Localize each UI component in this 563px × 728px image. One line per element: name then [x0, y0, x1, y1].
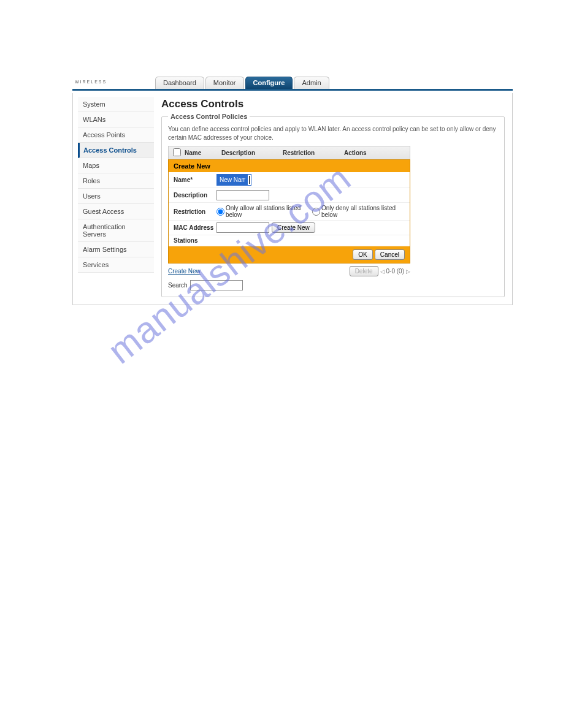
page-title: Access Controls: [161, 98, 505, 110]
create-new-link[interactable]: Create New: [168, 268, 201, 275]
radio-deny[interactable]: Only deny all stations listed below: [312, 205, 401, 218]
mac-input[interactable]: [216, 222, 269, 233]
cancel-button[interactable]: Cancel: [375, 249, 405, 260]
description-input[interactable]: [216, 190, 269, 200]
radio-deny-input[interactable]: [312, 208, 320, 216]
name-input[interactable]: [217, 175, 248, 185]
logo-subtext: WIRELESS: [75, 80, 107, 84]
radio-deny-label: Only deny all stations listed below: [321, 205, 401, 218]
mac-label: MAC Address: [174, 224, 216, 231]
sidebar-item-services[interactable]: Services: [78, 257, 154, 273]
sidebar-item-users[interactable]: Users: [78, 189, 154, 204]
main-area: System WLANs Access Points Access Contro…: [72, 93, 513, 305]
tab-admin[interactable]: Admin: [294, 77, 329, 89]
stations-label: Stations: [174, 237, 216, 244]
tab-configure[interactable]: Configure: [245, 77, 293, 89]
pager-next-icon[interactable]: ▷: [406, 268, 410, 275]
tab-monitor[interactable]: Monitor: [205, 77, 244, 89]
description-label: Description: [174, 192, 216, 199]
search-row: Search: [168, 280, 410, 290]
sidebar-item-access-points[interactable]: Access Points: [78, 127, 154, 143]
content: Access Controls Access Control Policies …: [154, 93, 512, 305]
grid-header: Name Description Restriction Actions: [168, 146, 410, 159]
sidebar: System WLANs Access Points Access Contro…: [73, 93, 154, 305]
restriction-label: Restriction: [174, 208, 216, 215]
sidebar-item-guest-access[interactable]: Guest Access: [78, 204, 154, 219]
sidebar-item-maps[interactable]: Maps: [78, 158, 154, 173]
pager-prev-icon[interactable]: ◁: [380, 268, 385, 275]
col-description: Description: [221, 150, 283, 156]
col-actions: Actions: [344, 150, 410, 156]
panel-title: Create New: [169, 160, 410, 172]
pager-text: 0-0 (0): [386, 268, 404, 275]
select-all-checkbox[interactable]: [173, 148, 181, 156]
search-input[interactable]: [190, 280, 243, 290]
panel-footer: OK Cancel: [169, 246, 410, 263]
radio-allow-label: Only allow all stations listed below: [226, 205, 306, 218]
sidebar-item-auth-servers[interactable]: Authentication Servers: [78, 219, 154, 242]
col-restriction: Restriction: [283, 150, 344, 156]
header-row: WIRELESS Dashboard Monitor Configure Adm…: [72, 72, 513, 91]
below-row: Create New Delete ◁ 0-0 (0) ▷: [168, 266, 410, 276]
sidebar-item-access-controls[interactable]: Access Controls: [78, 143, 154, 158]
tab-dashboard[interactable]: Dashboard: [155, 77, 204, 89]
policy-table: Name Description Restriction Actions Cre…: [168, 146, 410, 290]
radio-allow-input[interactable]: [216, 208, 224, 216]
ok-button[interactable]: OK: [353, 249, 372, 260]
sidebar-item-wlans[interactable]: WLANs: [78, 112, 154, 127]
text-cursor-icon: [249, 176, 250, 184]
col-name: Name: [185, 150, 221, 156]
mac-create-new-button[interactable]: Create New: [272, 222, 315, 233]
sidebar-item-alarm-settings[interactable]: Alarm Settings: [78, 242, 154, 257]
sidebar-item-roles[interactable]: Roles: [78, 173, 154, 189]
radio-allow[interactable]: Only allow all stations listed below: [216, 205, 306, 218]
create-new-panel: Create New Name* Description: [168, 159, 410, 264]
fieldset-policies: Access Control Policies You can define a…: [161, 113, 505, 297]
name-label: Name*: [174, 176, 216, 183]
fieldset-legend: Access Control Policies: [168, 113, 250, 120]
delete-button[interactable]: Delete: [350, 266, 378, 276]
search-label: Search: [168, 282, 188, 289]
policies-description: You can define access control policies a…: [168, 125, 498, 142]
top-tabs: Dashboard Monitor Configure Admin: [155, 77, 329, 89]
sidebar-item-system[interactable]: System: [78, 97, 154, 112]
